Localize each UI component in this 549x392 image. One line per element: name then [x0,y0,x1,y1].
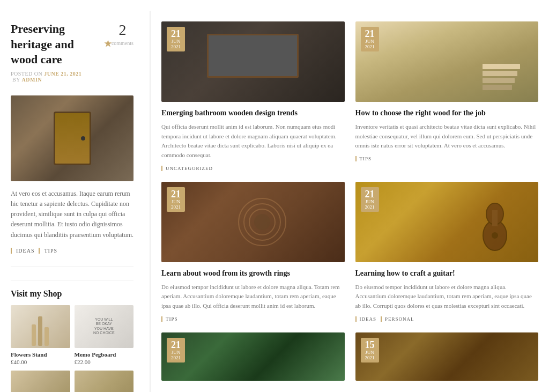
post-card-5-date: 21 JUN 2021 [167,338,185,363]
shop-title: Visit my Shop [11,289,133,299]
comments-section: 2 comments [112,21,133,47]
guitar-visual [479,190,511,254]
shop-grid: Flowers Stand £40.00 YOU WILLBE OKAYYOU … [11,305,133,365]
post-card-2-img: 21 JUN 2021 [355,21,539,102]
shop-item-pegboard-img: YOU WILLBE OKAYYOU HAVENO CHOICE [75,305,134,348]
post-card-2-yr: 2021 [365,44,375,49]
post-card-1-text: Qui officia deserunt mollit anim id est … [161,122,345,160]
post-card-3-text: Do eiusmod tempor incididunt ut labore e… [161,283,345,311]
post-title: Preserving heritage and wood care ★ [11,21,112,68]
sample2 [483,71,517,76]
svg-rect-2 [492,210,498,226]
post-card-2-title[interactable]: How to choose the right wood for the job [355,108,539,118]
sidebar: Preserving heritage and wood care ★ POST… [0,11,150,392]
shop-bottom-grid [11,371,133,392]
post-card-1-tag[interactable]: UNCATEGORIZED [161,166,213,171]
sample1 [483,64,520,69]
post-card-1-date: 21 JUN 2021 [167,27,185,51]
shop-item-flowers-img [11,305,70,348]
post-card-3-img: 21 JUN 2021 [161,182,345,262]
main-layout: Preserving heritage and wood care ★ POST… [0,11,549,392]
post-card-3-date: 21 JUN 2021 [167,187,185,212]
comments-count: 2 [112,21,133,39]
post-card-1: 21 JUN 2021 Emerging bathroom wooden des… [161,21,345,171]
stand3 [44,327,49,346]
door-visual [54,112,91,165]
post-card-1-img: 21 JUN 2021 [161,21,345,102]
post-card-4-tag2[interactable]: PERSONAL [381,316,414,322]
post-card-2-day: 21 [365,29,375,39]
post-excerpt: At vero eos et accusamus. Itaque earum r… [11,189,133,240]
shop-item-pegboard-name: Memo Pegboard [75,351,134,358]
shop-item-flowers-name: Flowers Stand [11,351,70,358]
post-card-4-text: Do eiusmod tempor incididunt ut labore e… [355,283,539,311]
svg-point-3 [492,232,498,239]
post-card-2-text: Inventore veritatis et quasi architecto … [355,122,539,151]
post-title-section: Preserving heritage and wood care ★ POST… [11,21,112,90]
post-card-4-tags: IDEAS PERSONAL [355,316,539,322]
post-card-4-tag1[interactable]: IDEAS [355,316,377,322]
post-card-3-tag[interactable]: TIPS [161,316,178,322]
pegboard-visual: YOU WILLBE OKAYYOU HAVENO CHOICE [75,305,134,348]
meta-by: BY [12,77,20,83]
posts-grid: 21 JUN 2021 Emerging bathroom wooden des… [161,21,538,387]
post-header-row: Preserving heritage and wood care ★ POST… [11,21,133,90]
post-card-1-day: 21 [171,29,181,39]
shop-item-pegboard-price: £22.00 [75,359,134,365]
tag-ideas[interactable]: IDEAS [11,248,34,254]
post-card-6-mon: JUN [365,350,375,355]
plant-stands-visual [32,316,49,348]
wood-samples-visual [483,64,520,90]
ring-center [254,214,270,230]
post-card-5-img: 21 JUN 2021 [161,332,345,381]
post-card-6: 15 JUN 2021 [355,332,539,387]
post-card-2-tag[interactable]: TIPS [355,156,372,161]
post-card-3-day: 21 [171,189,181,199]
post-card-6-img: 15 JUN 2021 [355,332,539,381]
post-card-4-title[interactable]: Learning how to craft a guitar! [355,269,539,278]
shop-item-flowers[interactable]: Flowers Stand £40.00 [11,305,70,365]
meta-date-link[interactable]: JUNE 21, 2021 [44,71,81,77]
shop-item-pegboard[interactable]: YOU WILLBE OKAYYOU HAVENO CHOICE Memo Pe… [75,305,134,365]
shelf-visual [11,371,70,392]
post-card-3-title[interactable]: Learn about wood from its growth rings [161,269,345,278]
post-card-1-tags: UNCATEGORIZED [161,166,345,171]
main-image-placeholder [11,95,133,181]
comments-label: comments [112,40,133,46]
post-card-1-mon: JUN [171,39,181,44]
meta-prefix: POSTED ON [11,71,42,77]
sample4 [483,85,512,90]
post-card-6-day: 15 [365,340,375,350]
post-card-1-title[interactable]: Emerging bathroom wooden design trends [161,108,345,118]
divider [11,267,133,267]
post-card-6-date: 15 JUN 2021 [361,338,379,363]
post-card-4-date: 21 JUN 2021 [361,187,379,212]
post-title-text: Preserving heritage and wood care [11,21,100,68]
meta-author-link[interactable]: ADMIN [22,77,42,83]
post-card-5: 21 JUN 2021 [161,332,345,387]
post-card-4-day: 21 [365,189,375,199]
main-content: 21 JUN 2021 Emerging bathroom wooden des… [151,11,549,392]
post-tags: IDEAS TIPS [11,248,133,254]
post-card-4-img: 21 JUN 2021 [355,182,539,262]
shop-item-flowers-price: £40.00 [11,359,70,365]
post-card-4: 21 JUN 2021 Learning how to craft a gui [355,182,539,322]
post-card-4-yr: 2021 [365,204,375,210]
post-card-5-day: 21 [171,340,181,350]
stand2 [38,316,42,346]
stand1 [32,324,36,346]
post-main-image [11,95,133,181]
post-card-1-yr: 2021 [171,44,181,49]
post-meta: POSTED ON JUNE 21, 2021 BY ADMIN [11,71,112,83]
board-text-visual: YOU WILLBE OKAYYOU HAVENO CHOICE [93,317,115,336]
star-icon: ★ [104,39,112,50]
shop-section: Visit my Shop Flowers [11,280,133,392]
post-card-2: 21 JUN 2021 How to choose the right woo [355,21,539,171]
post-card-2-date: 21 JUN 2021 [361,27,379,51]
shop-bottom-item2[interactable] [75,371,134,392]
tag-tips[interactable]: TIPS [39,248,57,254]
post-card-4-mon: JUN [365,199,375,204]
shop-bottom-item1[interactable] [11,371,70,392]
post-card-2-tags: TIPS [355,156,539,161]
sample3 [483,78,515,83]
